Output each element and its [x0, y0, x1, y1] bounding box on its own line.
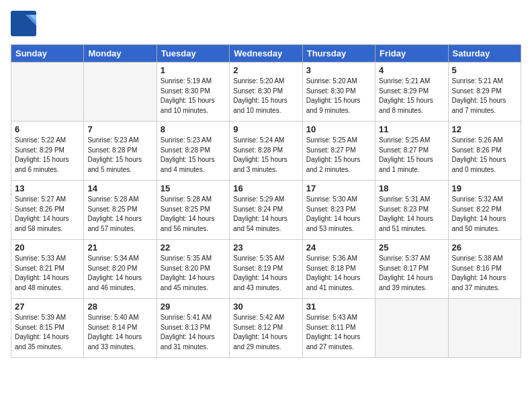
- day-number: 31: [306, 302, 371, 312]
- calendar-cell: 25Sunrise: 5:37 AM Sunset: 8:17 PM Dayli…: [375, 240, 448, 299]
- calendar-cell: 6Sunrise: 5:22 AM Sunset: 8:29 PM Daylig…: [11, 122, 84, 181]
- svg-rect-0: [11, 11, 36, 36]
- day-number: 18: [379, 183, 444, 193]
- day-info: Sunrise: 5:42 AM Sunset: 8:12 PM Dayligh…: [233, 313, 298, 352]
- calendar-cell: 31Sunrise: 5:43 AM Sunset: 8:11 PM Dayli…: [302, 299, 375, 358]
- calendar-cell: 11Sunrise: 5:25 AM Sunset: 8:27 PM Dayli…: [375, 122, 448, 181]
- day-number: 29: [161, 302, 226, 312]
- day-info: Sunrise: 5:25 AM Sunset: 8:27 PM Dayligh…: [306, 136, 371, 175]
- calendar-cell: 13Sunrise: 5:27 AM Sunset: 8:26 PM Dayli…: [11, 181, 84, 240]
- day-number: 14: [87, 183, 152, 193]
- day-info: Sunrise: 5:21 AM Sunset: 8:29 PM Dayligh…: [452, 77, 517, 116]
- day-info: Sunrise: 5:27 AM Sunset: 8:26 PM Dayligh…: [15, 195, 80, 234]
- day-number: 1: [161, 65, 226, 75]
- day-info: Sunrise: 5:34 AM Sunset: 8:20 PM Dayligh…: [87, 254, 152, 293]
- day-number: 25: [379, 242, 444, 253]
- calendar-header-row: SundayMondayTuesdayWednesdayThursdayFrid…: [11, 45, 521, 62]
- column-header-saturday: Saturday: [448, 45, 521, 62]
- day-number: 27: [15, 302, 80, 312]
- calendar-cell: 27Sunrise: 5:39 AM Sunset: 8:15 PM Dayli…: [11, 299, 84, 358]
- day-info: Sunrise: 5:23 AM Sunset: 8:28 PM Dayligh…: [87, 136, 152, 175]
- day-number: 9: [233, 124, 298, 134]
- day-info: Sunrise: 5:39 AM Sunset: 8:15 PM Dayligh…: [15, 313, 80, 352]
- day-info: Sunrise: 5:20 AM Sunset: 8:30 PM Dayligh…: [306, 77, 371, 116]
- day-info: Sunrise: 5:21 AM Sunset: 8:29 PM Dayligh…: [379, 77, 444, 116]
- day-info: Sunrise: 5:35 AM Sunset: 8:19 PM Dayligh…: [233, 254, 298, 293]
- logo-icon: [11, 11, 36, 36]
- day-info: Sunrise: 5:20 AM Sunset: 8:30 PM Dayligh…: [233, 77, 298, 116]
- calendar-cell: 12Sunrise: 5:26 AM Sunset: 8:26 PM Dayli…: [448, 122, 521, 181]
- page-header: [11, 11, 521, 36]
- day-number: 12: [452, 124, 517, 134]
- day-number: 30: [233, 302, 298, 312]
- day-info: Sunrise: 5:26 AM Sunset: 8:26 PM Dayligh…: [452, 136, 517, 175]
- calendar-cell: 20Sunrise: 5:33 AM Sunset: 8:21 PM Dayli…: [11, 240, 84, 299]
- calendar-cell: 1Sunrise: 5:19 AM Sunset: 8:30 PM Daylig…: [157, 62, 229, 122]
- day-number: 19: [452, 183, 517, 193]
- day-number: 16: [233, 183, 298, 193]
- day-number: 5: [452, 65, 517, 75]
- calendar-cell: 26Sunrise: 5:38 AM Sunset: 8:16 PM Dayli…: [448, 240, 521, 299]
- calendar-cell: 3Sunrise: 5:20 AM Sunset: 8:30 PM Daylig…: [302, 62, 375, 122]
- day-number: 26: [452, 242, 517, 253]
- calendar-cell: 10Sunrise: 5:25 AM Sunset: 8:27 PM Dayli…: [302, 122, 375, 181]
- day-info: Sunrise: 5:28 AM Sunset: 8:25 PM Dayligh…: [161, 195, 226, 234]
- day-info: Sunrise: 5:30 AM Sunset: 8:23 PM Dayligh…: [306, 195, 371, 234]
- logo: [11, 11, 39, 36]
- calendar-cell: 18Sunrise: 5:31 AM Sunset: 8:23 PM Dayli…: [375, 181, 448, 240]
- day-info: Sunrise: 5:35 AM Sunset: 8:20 PM Dayligh…: [161, 254, 226, 293]
- day-info: Sunrise: 5:36 AM Sunset: 8:18 PM Dayligh…: [306, 254, 371, 293]
- day-number: 8: [161, 124, 226, 134]
- day-info: Sunrise: 5:31 AM Sunset: 8:23 PM Dayligh…: [379, 195, 444, 234]
- day-info: Sunrise: 5:41 AM Sunset: 8:13 PM Dayligh…: [161, 313, 226, 352]
- day-info: Sunrise: 5:38 AM Sunset: 8:16 PM Dayligh…: [452, 254, 517, 293]
- week-row-4: 20Sunrise: 5:33 AM Sunset: 8:21 PM Dayli…: [11, 240, 521, 299]
- day-info: Sunrise: 5:40 AM Sunset: 8:14 PM Dayligh…: [87, 313, 152, 352]
- day-number: 28: [87, 302, 152, 312]
- week-row-5: 27Sunrise: 5:39 AM Sunset: 8:15 PM Dayli…: [11, 299, 521, 358]
- calendar-cell: 16Sunrise: 5:29 AM Sunset: 8:24 PM Dayli…: [230, 181, 302, 240]
- week-row-3: 13Sunrise: 5:27 AM Sunset: 8:26 PM Dayli…: [11, 181, 521, 240]
- calendar-cell: 21Sunrise: 5:34 AM Sunset: 8:20 PM Dayli…: [84, 240, 157, 299]
- day-number: 10: [306, 124, 371, 134]
- day-number: 13: [15, 183, 80, 193]
- day-info: Sunrise: 5:23 AM Sunset: 8:28 PM Dayligh…: [161, 136, 226, 175]
- day-number: 2: [233, 65, 298, 75]
- calendar-cell: [84, 62, 157, 122]
- day-number: 20: [15, 242, 80, 253]
- calendar-cell: [448, 299, 521, 358]
- day-number: 22: [161, 242, 226, 253]
- column-header-tuesday: Tuesday: [157, 45, 229, 62]
- day-info: Sunrise: 5:29 AM Sunset: 8:24 PM Dayligh…: [233, 195, 298, 234]
- day-number: 21: [87, 242, 152, 253]
- day-info: Sunrise: 5:22 AM Sunset: 8:29 PM Dayligh…: [15, 136, 80, 175]
- day-number: 15: [161, 183, 226, 193]
- calendar-cell: 7Sunrise: 5:23 AM Sunset: 8:28 PM Daylig…: [84, 122, 157, 181]
- day-number: 3: [306, 65, 371, 75]
- calendar-cell: 22Sunrise: 5:35 AM Sunset: 8:20 PM Dayli…: [157, 240, 229, 299]
- day-info: Sunrise: 5:24 AM Sunset: 8:28 PM Dayligh…: [233, 136, 298, 175]
- day-info: Sunrise: 5:37 AM Sunset: 8:17 PM Dayligh…: [379, 254, 444, 293]
- calendar-cell: 28Sunrise: 5:40 AM Sunset: 8:14 PM Dayli…: [84, 299, 157, 358]
- column-header-friday: Friday: [375, 45, 448, 62]
- calendar-cell: 19Sunrise: 5:32 AM Sunset: 8:22 PM Dayli…: [448, 181, 521, 240]
- calendar-cell: 8Sunrise: 5:23 AM Sunset: 8:28 PM Daylig…: [157, 122, 229, 181]
- calendar-body: 1Sunrise: 5:19 AM Sunset: 8:30 PM Daylig…: [11, 62, 521, 358]
- day-info: Sunrise: 5:32 AM Sunset: 8:22 PM Dayligh…: [452, 195, 517, 234]
- week-row-2: 6Sunrise: 5:22 AM Sunset: 8:29 PM Daylig…: [11, 122, 521, 181]
- day-info: Sunrise: 5:33 AM Sunset: 8:21 PM Dayligh…: [15, 254, 80, 293]
- calendar-cell: 15Sunrise: 5:28 AM Sunset: 8:25 PM Dayli…: [157, 181, 229, 240]
- day-number: 24: [306, 242, 371, 253]
- calendar-cell: 17Sunrise: 5:30 AM Sunset: 8:23 PM Dayli…: [302, 181, 375, 240]
- calendar-cell: 24Sunrise: 5:36 AM Sunset: 8:18 PM Dayli…: [302, 240, 375, 299]
- calendar-cell: 29Sunrise: 5:41 AM Sunset: 8:13 PM Dayli…: [157, 299, 229, 358]
- calendar-cell: [375, 299, 448, 358]
- calendar-cell: 30Sunrise: 5:42 AM Sunset: 8:12 PM Dayli…: [230, 299, 302, 358]
- day-info: Sunrise: 5:28 AM Sunset: 8:25 PM Dayligh…: [87, 195, 152, 234]
- calendar-cell: 23Sunrise: 5:35 AM Sunset: 8:19 PM Dayli…: [230, 240, 302, 299]
- column-header-wednesday: Wednesday: [230, 45, 302, 62]
- calendar-cell: 9Sunrise: 5:24 AM Sunset: 8:28 PM Daylig…: [230, 122, 302, 181]
- day-number: 17: [306, 183, 371, 193]
- calendar-cell: 4Sunrise: 5:21 AM Sunset: 8:29 PM Daylig…: [375, 62, 448, 122]
- calendar-table: SundayMondayTuesdayWednesdayThursdayFrid…: [11, 44, 521, 358]
